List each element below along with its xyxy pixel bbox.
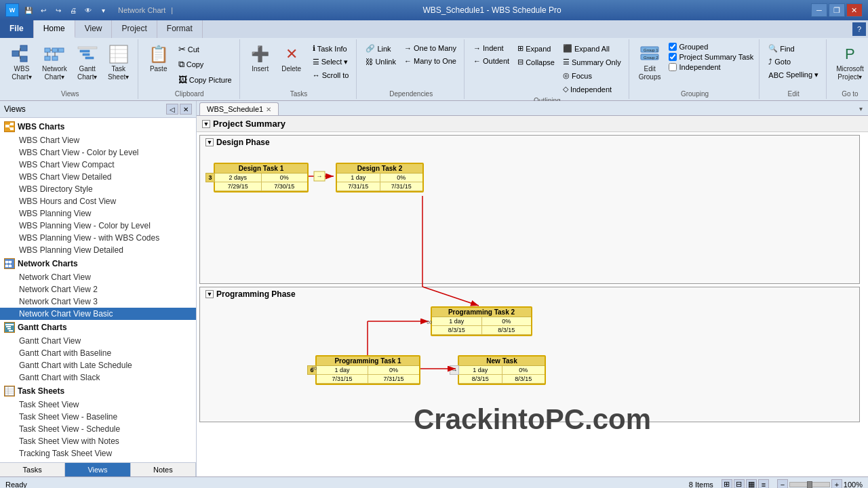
outdent-btn[interactable]: ← Outdent (470, 55, 513, 67)
sidebar-item-task-sheet-baseline[interactable]: Task Sheet View - Baseline (0, 411, 196, 423)
sidebar-item-task-sheet-view[interactable]: Task Sheet View (0, 399, 196, 411)
sidebar-item-wbs-chart-view[interactable]: WBS Chart View (0, 134, 196, 146)
sidebar-item-wbs-color-by-level[interactable]: WBS Chart View - Color by Level (0, 146, 196, 159)
gantt-chart-btn[interactable]: GanttChart▾ (73, 41, 102, 84)
task-sheets-header[interactable]: Task Sheets (0, 384, 196, 399)
insert-btn[interactable]: ➕ Insert (245, 41, 275, 76)
zoom-out-btn[interactable]: − (777, 479, 788, 489)
independent-btn[interactable]: ◇ Independent (559, 83, 625, 96)
tab-format[interactable]: Format (157, 20, 203, 38)
sidebar-item-network-basic[interactable]: Network Chart View Basic (0, 308, 196, 320)
restore-btn[interactable]: ❐ (829, 3, 845, 17)
goto-btn[interactable]: ⤴ Goto (765, 56, 822, 68)
spelling-btn[interactable]: ABC Spelling ▾ (765, 68, 822, 81)
grouped-checkbox[interactable]: Grouped (667, 42, 755, 52)
content-tab-schedule[interactable]: WBS_Schedule1 ✕ (199, 102, 279, 115)
copy-picture-btn[interactable]: 🖼Copy Picture (175, 73, 235, 87)
copy-btn[interactable]: ⧉Copy (175, 57, 235, 72)
footer-tab-notes[interactable]: Notes (131, 463, 196, 476)
link-btn[interactable]: 🔗 Link (362, 42, 399, 55)
view-mode-3[interactable]: ▦ (746, 479, 757, 489)
task-info-btn[interactable]: ℹ Task Info (309, 42, 353, 55)
network-charts-header[interactable]: Network Charts (0, 256, 196, 271)
sidebar-item-wbs-planning[interactable]: WBS Planning View (0, 207, 196, 220)
cut-btn[interactable]: ✂Cut (175, 42, 235, 56)
qa-redo[interactable]: ↪ (52, 4, 65, 16)
delete-btn[interactable]: ✕ Delete (277, 41, 307, 76)
prog-collapse-btn[interactable]: ▼ (205, 290, 214, 298)
wbs-charts-header[interactable]: WBS Charts (0, 119, 196, 134)
independent-checkbox[interactable]: Independent (667, 62, 755, 72)
network-chart-btn[interactable]: NetworkChart▾ (38, 41, 71, 84)
edit-groups-btn[interactable]: Group 1Group 2 EditGroups (635, 41, 665, 84)
zoom-slider[interactable] (789, 482, 830, 487)
content-tab-close[interactable]: ✕ (266, 106, 271, 113)
sidebar-item-gantt-baseline[interactable]: Gantt Chart with Baseline (0, 347, 196, 359)
prog-task-1-box[interactable]: 6 Programming Task 1 1 day 0% 7/31/15 7/… (315, 355, 420, 385)
sidebar-item-network-view[interactable]: Network Chart View (0, 271, 196, 283)
tab-home[interactable]: Home (34, 20, 75, 38)
sidebar-item-task-sheet-schedule[interactable]: Task Sheet View - Schedule (0, 423, 196, 435)
help-btn[interactable]: ? (852, 22, 866, 36)
select-btn[interactable]: ☰ Select ▾ (309, 56, 353, 68)
independent-input[interactable] (669, 63, 677, 71)
qa-more[interactable]: ▾ (96, 4, 110, 16)
wbs-chart-btn[interactable]: WBSChart▾ (7, 41, 37, 84)
one-to-many-btn[interactable]: → One to Many (401, 42, 460, 54)
project-collapse-btn[interactable]: ▼ (202, 120, 210, 128)
design-task-1-box[interactable]: 3 Design Task 1 2 days 0% 7/29/15 7/30/1… (214, 163, 309, 192)
scroll-to-btn[interactable]: ↔ Scroll to (309, 69, 353, 81)
sidebar-menu-btn[interactable]: ✕ (180, 104, 192, 115)
collapse-btn[interactable]: ⊟ Collapse (514, 56, 558, 68)
zoom-thumb[interactable] (807, 481, 812, 489)
footer-tab-views[interactable]: Views (65, 463, 130, 476)
sidebar-item-network-view2[interactable]: Network Chart View 2 (0, 283, 196, 296)
focus-btn[interactable]: ◎ Focus (559, 69, 625, 82)
ms-project-btn[interactable]: P MicrosoftProject▾ (832, 41, 868, 84)
gantt-charts-header[interactable]: Gantt Charts (0, 320, 196, 335)
zoom-in-btn[interactable]: + (831, 479, 842, 489)
sidebar-item-network-view3[interactable]: Network Chart View 3 (0, 296, 196, 308)
sidebar-item-wbs-planning-detailed[interactable]: WBS Planning View Detailed (0, 244, 196, 256)
sidebar-item-wbs-directory[interactable]: WBS Directory Style (0, 183, 196, 195)
qa-undo[interactable]: ↩ (37, 4, 50, 16)
many-to-one-btn[interactable]: ← Many to One (401, 55, 460, 67)
expand-all-btn[interactable]: ⬛ Expand All (559, 42, 625, 55)
footer-tab-tasks[interactable]: Tasks (0, 463, 65, 476)
qa-save[interactable]: 💾 (22, 4, 35, 16)
prog-task-2-box[interactable]: Programming Task 2 1 day 0% 8/3/15 8/3/1… (431, 306, 532, 336)
expand-btn[interactable]: ⊞ Expand (514, 42, 558, 55)
sidebar-item-task-sheet-notes[interactable]: Task Sheet View with Notes (0, 435, 196, 447)
sidebar-collapse-btn[interactable]: ◁ (166, 104, 178, 115)
sidebar-item-wbs-planning-color[interactable]: WBS Planning View - Color by Level (0, 220, 196, 232)
design-task-2-box[interactable]: Design Task 2 1 day 0% 7/31/15 7/31/15 (336, 163, 424, 192)
paste-btn[interactable]: 📋 Paste (144, 41, 174, 76)
view-mode-2[interactable]: ⊟ (734, 479, 745, 489)
tab-project[interactable]: Project (112, 20, 157, 38)
design-collapse-btn[interactable]: ▼ (205, 138, 214, 146)
sidebar-item-wbs-planning-codes[interactable]: WBS Planning View - with WBS Codes (0, 232, 196, 244)
sidebar-item-tracking-task-sheet[interactable]: Tracking Task Sheet View (0, 447, 196, 460)
unlink-btn[interactable]: ⛓ Unlink (362, 56, 399, 68)
minimize-btn[interactable]: ─ (811, 3, 827, 17)
summary-only-btn[interactable]: ☰ Summary Only (559, 56, 625, 68)
close-btn[interactable]: ✕ (846, 3, 863, 17)
sidebar-item-wbs-hours-cost[interactable]: WBS Hours and Cost View (0, 195, 196, 207)
indent-btn[interactable]: → Indent (470, 42, 513, 54)
task-sheet-btn[interactable]: TaskSheet▾ (104, 41, 134, 84)
tab-view[interactable]: View (75, 20, 113, 38)
sidebar-item-gantt-slack[interactable]: Gantt Chart with Slack (0, 371, 196, 384)
project-summary-checkbox[interactable]: Project Summary Task (667, 52, 755, 62)
sidebar-item-wbs-detailed[interactable]: WBS Chart View Detailed (0, 171, 196, 183)
tab-file[interactable]: File (0, 20, 34, 38)
view-mode-1[interactable]: ⊞ (722, 479, 732, 489)
find-btn[interactable]: 🔍 Find (765, 42, 822, 55)
qa-preview[interactable]: 👁 (81, 4, 95, 16)
sidebar-item-gantt-view[interactable]: Gantt Chart View (0, 335, 196, 347)
qa-print[interactable]: 🖨 (66, 4, 80, 16)
sidebar-item-wbs-compact[interactable]: WBS Chart View Compact (0, 159, 196, 171)
new-task-box[interactable]: → New Task 1 day 0% 8/3/15 8/3/15 (458, 355, 546, 385)
project-summary-input[interactable] (669, 53, 677, 61)
view-mode-4[interactable]: ≡ (758, 479, 769, 489)
tab-dropdown-btn[interactable]: ▾ (856, 104, 865, 114)
